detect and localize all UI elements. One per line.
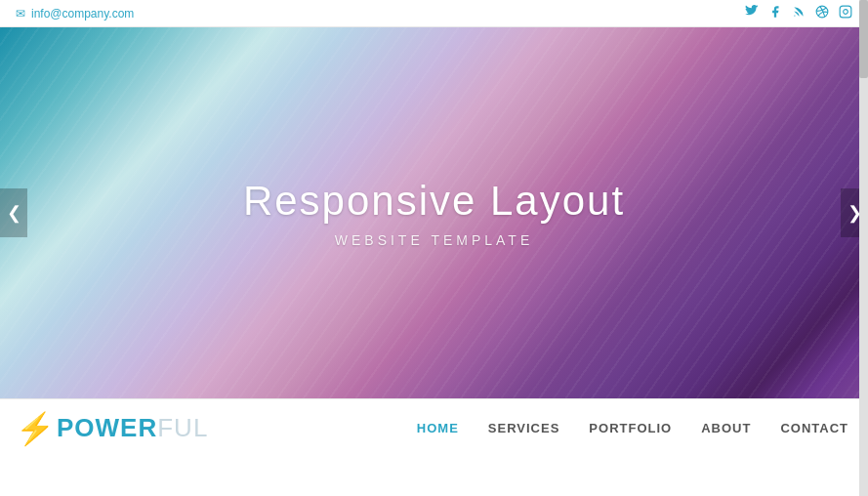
nav-contact[interactable]: CONTACT xyxy=(780,421,848,435)
twitter-icon[interactable] xyxy=(745,5,759,21)
logo-text: POWERFUL xyxy=(57,413,208,443)
scrollbar-thumb[interactable] xyxy=(859,0,868,78)
facebook-icon[interactable] xyxy=(768,5,782,21)
hero-title: Responsive Layout xyxy=(243,178,625,225)
hero-content: Responsive Layout WEBSITE TEMPLATE xyxy=(243,178,625,248)
nav-links: HOME SERVICES PORTFOLIO ABOUT CONTACT xyxy=(417,421,848,435)
top-bar: ✉ info@company.com xyxy=(0,0,868,27)
svg-point-0 xyxy=(794,16,795,17)
nav-services[interactable]: SERVICES xyxy=(488,421,560,435)
email-address[interactable]: info@company.com xyxy=(31,7,134,21)
navbar: ⚡ POWERFUL HOME SERVICES PORTFOLIO ABOUT… xyxy=(0,398,868,457)
bolt-icon: ⚡ xyxy=(16,413,55,444)
logo-strong: POWER xyxy=(57,413,157,442)
email-area: ✉ info@company.com xyxy=(16,7,134,21)
nav-home[interactable]: HOME xyxy=(417,421,459,435)
rss-icon[interactable] xyxy=(792,5,806,21)
logo-light: FUL xyxy=(157,413,208,442)
dribbble-icon[interactable] xyxy=(815,5,829,21)
hero-subtitle: WEBSITE TEMPLATE xyxy=(243,232,625,248)
slider-prev-button[interactable]: ❮ xyxy=(0,188,27,237)
hero-section: ❮ Responsive Layout WEBSITE TEMPLATE ❯ xyxy=(0,27,868,398)
logo: ⚡ POWERFUL xyxy=(16,413,208,444)
nav-about[interactable]: ABOUT xyxy=(701,421,751,435)
mail-icon: ✉ xyxy=(16,7,25,21)
chevron-left-icon: ❮ xyxy=(7,202,21,224)
social-icons xyxy=(745,5,852,21)
svg-rect-2 xyxy=(840,6,851,18)
instagram-icon[interactable] xyxy=(839,5,852,21)
nav-portfolio[interactable]: PORTFOLIO xyxy=(589,421,672,435)
scrollbar[interactable] xyxy=(859,0,868,496)
